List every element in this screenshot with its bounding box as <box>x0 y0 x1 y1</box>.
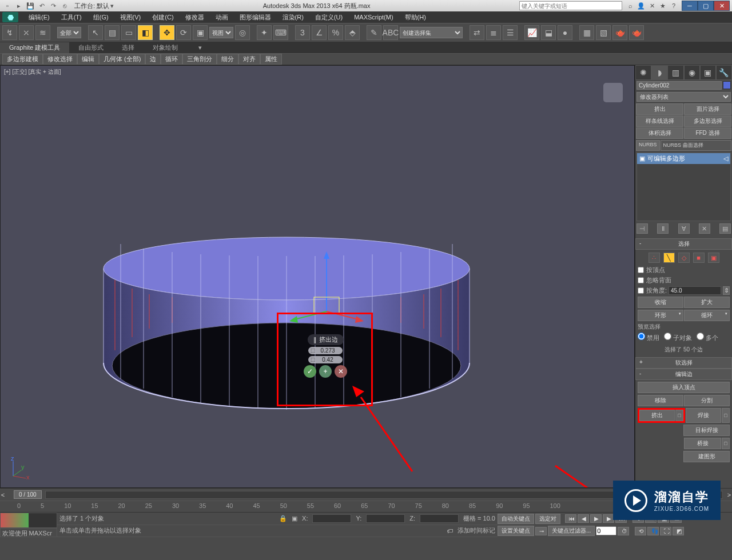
material-icon[interactable]: ● <box>558 25 572 40</box>
selset-button[interactable]: 选定对 <box>535 514 560 524</box>
close-button[interactable]: ✕ <box>714 1 730 11</box>
panel-util-icon[interactable]: 🔧 <box>716 65 732 80</box>
ribbon-modifysel[interactable]: 修改选择 <box>43 54 77 65</box>
ribbon-edit[interactable]: 编辑 <box>77 54 99 65</box>
timetag-label[interactable]: 添加时间标记 <box>458 526 495 535</box>
ribbon-tab-freeform[interactable]: 自由形式 <box>69 42 113 53</box>
infocenter-icon[interactable]: ⌕ <box>626 2 635 10</box>
menu-customize[interactable]: 自定义(U) <box>309 13 348 22</box>
panel-modify-icon[interactable]: ◗ <box>651 65 667 80</box>
filter-dropdown[interactable]: 全部 <box>57 27 81 38</box>
maximize-button[interactable]: ▢ <box>698 1 714 11</box>
menu-rendering[interactable]: 渲染(R) <box>277 13 309 22</box>
panel-hierarchy-icon[interactable]: ▥ <box>667 65 683 80</box>
snap-3-icon[interactable]: 3 <box>295 25 310 40</box>
workspace-selector[interactable]: 工作台: 默认 <box>74 2 109 10</box>
exchange-icon[interactable]: ✕ <box>647 2 657 10</box>
btn-polysel[interactable]: 多边形选择 <box>684 115 731 127</box>
rect-select-icon[interactable]: ▭ <box>121 25 136 40</box>
ribbon-expand-icon[interactable]: ▾ <box>189 42 211 53</box>
refcoord-dropdown[interactable]: 视图 <box>209 27 233 38</box>
menu-group[interactable]: 组(G) <box>87 13 114 22</box>
rollout-selection[interactable]: 选择 <box>635 238 732 250</box>
nav-walk-icon[interactable]: 👣 <box>647 527 659 535</box>
render-frame-icon[interactable]: ▧ <box>596 25 611 40</box>
percent-snap-icon[interactable]: % <box>328 25 343 40</box>
menu-edit[interactable]: 编辑(E) <box>23 13 55 22</box>
subobj-poly-icon[interactable]: ■ <box>693 253 705 263</box>
btn-insertvert[interactable]: 插入顶点 <box>638 382 730 393</box>
rotate-icon[interactable]: ⟳ <box>176 25 191 40</box>
render-icon[interactable]: 🫖 <box>612 25 627 40</box>
frame-input[interactable] <box>596 526 616 535</box>
timeslider-left-icon[interactable]: < <box>0 491 6 498</box>
favorite-icon[interactable]: ★ <box>658 2 667 10</box>
radio-subobj[interactable]: 子对象 <box>664 333 692 342</box>
menu-tools[interactable]: 工具(T) <box>55 13 87 22</box>
menu-view[interactable]: 视图(V) <box>114 13 147 22</box>
radio-multi[interactable]: 多个 <box>697 333 718 342</box>
viewport[interactable]: [+] [正交] [真实 + 边面] <box>0 65 635 488</box>
keyfilter-button[interactable]: 关键点过滤器... <box>548 526 595 536</box>
modifier-stack[interactable]: ▣可编辑多边形◁ <box>636 153 731 221</box>
stack-delete-icon[interactable]: ✕ <box>699 223 710 234</box>
ribbon-geomall[interactable]: 几何体 (全部) <box>99 54 145 65</box>
chk-byvertex[interactable]: 按顶点 <box>638 266 730 274</box>
stack-show-icon[interactable]: Ⅱ <box>657 223 669 234</box>
caddy-apply-button[interactable]: + <box>319 365 332 378</box>
named-sel-icon[interactable]: ABC <box>383 25 398 40</box>
edit-named-sel-icon[interactable]: ✎ <box>367 25 381 40</box>
ribbon-props[interactable]: 属性 <box>260 54 282 65</box>
spinner-snap-icon[interactable]: ⬘ <box>345 25 360 40</box>
render-prod-icon[interactable]: 🫖 <box>629 25 644 40</box>
subobj-border-icon[interactable]: ◇ <box>678 253 690 263</box>
btn-remove[interactable]: 移除 <box>638 395 683 406</box>
play-prev-icon[interactable]: ◀ <box>578 514 589 523</box>
manipulate-icon[interactable]: ✦ <box>257 25 272 40</box>
timetag-icon[interactable]: 🏷 <box>447 527 453 534</box>
btn-splinesel[interactable]: 样条线选择 <box>636 115 683 127</box>
stack-item-editablepoly[interactable]: ▣可编辑多边形◁ <box>637 153 730 164</box>
y-coord[interactable] <box>366 514 405 523</box>
ribbon-tab-graphite[interactable]: Graphite 建模工具 <box>0 42 69 53</box>
ribbon-align[interactable]: 对齐 <box>238 54 260 65</box>
btn-targetweld[interactable]: 目标焊接 <box>683 425 730 436</box>
lock-icon[interactable]: 🔒 <box>279 515 287 522</box>
btn-extrude-mod[interactable]: 挤出 <box>636 103 683 115</box>
panel-display-icon[interactable]: ▣ <box>700 65 716 80</box>
caddy-ok-button[interactable]: ✓ <box>304 365 316 378</box>
app-logo[interactable]: ⬣ <box>2 12 18 22</box>
btn-weld[interactable]: 焊接 <box>686 408 721 423</box>
save-icon[interactable]: 💾 <box>25 1 35 10</box>
isolate-icon[interactable]: ▣ <box>292 515 297 522</box>
btn-extrude-opt[interactable]: □ <box>675 410 683 421</box>
angle-spinner[interactable]: 45.0 <box>669 286 721 295</box>
keyboard-icon[interactable]: ⌨ <box>273 25 288 40</box>
play-start-icon[interactable]: ⏮ <box>565 514 576 523</box>
caddy-spinner-height[interactable]: 0.273 <box>308 347 343 354</box>
setkey-button[interactable]: 设置关键点 <box>498 526 534 536</box>
select-icon[interactable]: ↖ <box>88 25 103 40</box>
ribbon-subdiv[interactable]: 细分 <box>217 54 238 65</box>
subobj-element-icon[interactable]: ▣ <box>708 253 719 263</box>
signin-icon[interactable]: 👤 <box>636 2 646 10</box>
x-coord[interactable] <box>312 514 351 523</box>
nav-orbit-icon[interactable]: ⟲ <box>635 527 646 535</box>
link-icon[interactable]: ⎋ <box>59 1 70 10</box>
mirror-icon[interactable]: ⇄ <box>470 25 484 40</box>
window-crossing-icon[interactable]: ◧ <box>138 25 153 40</box>
ribbon-loop[interactable]: 循环 <box>161 54 182 65</box>
subobj-edge-icon[interactable]: ╲ <box>663 253 675 263</box>
stack-pin-icon[interactable]: ⊣ <box>636 223 648 234</box>
panel-motion-icon[interactable]: ◉ <box>684 65 700 80</box>
panel-create-icon[interactable]: ✺ <box>635 65 651 80</box>
search-input[interactable] <box>519 1 622 10</box>
btn-bridge-opt[interactable]: □ <box>722 438 730 449</box>
btn-extrude-edge[interactable]: 挤出 <box>639 410 675 421</box>
btn-createshape[interactable]: 建图形 <box>683 451 730 462</box>
angle-snap-icon[interactable]: ∠ <box>312 25 327 40</box>
btn-grow[interactable]: 扩大 <box>684 297 730 308</box>
menu-maxscript[interactable]: MAXScript(M) <box>348 14 399 21</box>
undo-icon[interactable]: ↶ <box>37 1 47 10</box>
autokey-button[interactable]: 自动关键点 <box>498 514 534 524</box>
